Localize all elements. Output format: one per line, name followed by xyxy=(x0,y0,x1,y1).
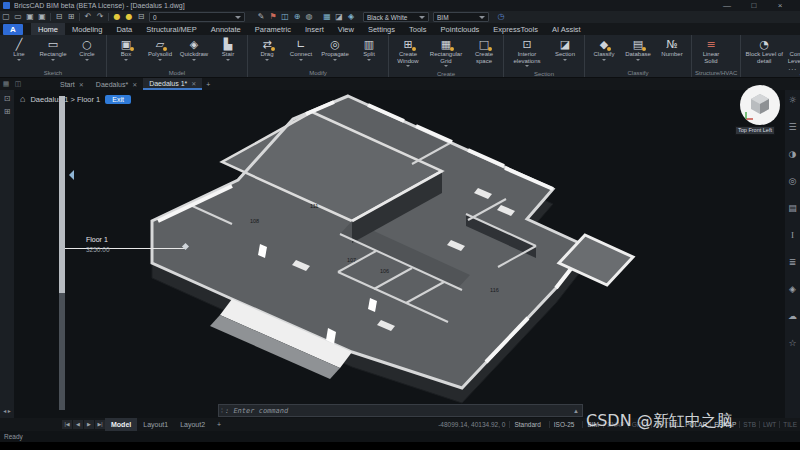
light-bulb-on-icon[interactable]: ● xyxy=(111,11,123,23)
tab-daedalus[interactable]: Daedalus* ✕ xyxy=(90,78,143,90)
new-file-icon[interactable]: ▢ xyxy=(0,11,12,23)
last-layout-button[interactable]: ▶| xyxy=(95,420,105,429)
box-button[interactable]: ▣ Box xyxy=(110,36,142,64)
tab-modeling[interactable]: Modeling xyxy=(65,23,109,35)
number-button[interactable]: № Number xyxy=(656,36,688,59)
cube-icon[interactable]: ◈ xyxy=(345,11,357,23)
stair-button[interactable]: ▙ Stair xyxy=(212,36,244,64)
workspace-dropdown[interactable]: BIM xyxy=(433,12,489,22)
adjust-sliders-icon[interactable]: ☰ xyxy=(785,122,800,132)
tab-daedalus-1[interactable]: Daedalus 1* ✕ xyxy=(143,78,202,90)
tab-parametric[interactable]: Parametric xyxy=(248,23,298,35)
section-button[interactable]: ◪ Section xyxy=(549,36,581,64)
clock-icon[interactable]: ◷ xyxy=(495,11,507,23)
view-split-icon[interactable]: ◫ xyxy=(12,78,24,90)
tab-view[interactable]: View xyxy=(331,23,361,35)
tab-home[interactable]: Home xyxy=(31,23,65,35)
split-button[interactable]: ▥ Split xyxy=(353,36,385,64)
connect-button[interactable]: ∟ Connect xyxy=(285,36,317,64)
quickdraw-button[interactable]: ◈ Quickdraw xyxy=(178,36,210,64)
ribbon-overflow-button[interactable]: ⋯ xyxy=(788,65,796,74)
light-bulb-icon[interactable]: ● xyxy=(123,11,135,23)
command-line[interactable]: ⁞ : Enter command ▲ xyxy=(218,404,583,417)
tab-layout1[interactable]: Layout1 xyxy=(137,418,174,431)
new-document-tab-button[interactable]: + xyxy=(202,78,214,90)
tab-insert[interactable]: Insert xyxy=(298,23,331,35)
tab-model[interactable]: Model xyxy=(105,418,137,431)
record-icon[interactable]: ◍ xyxy=(303,11,315,23)
elevation-slider-track[interactable] xyxy=(59,96,65,293)
layers-stack-icon[interactable]: ≣ xyxy=(785,257,800,267)
linear-solid-button[interactable]: ≡ Linear Solid xyxy=(695,36,727,65)
edit-tool-icon[interactable]: ✎ xyxy=(255,11,267,23)
bookmark-star-icon[interactable]: ☆ xyxy=(785,338,800,348)
line-button[interactable]: ╱ Line xyxy=(3,36,35,64)
tab-settings[interactable]: Settings xyxy=(361,23,402,35)
tab-structural-mep[interactable]: Structural/MEP xyxy=(139,23,203,35)
bricscad-logo[interactable]: A xyxy=(3,24,23,35)
create-window-button[interactable]: ⊞ Create Window xyxy=(392,36,424,70)
database-button[interactable]: ▤ Database xyxy=(622,36,654,64)
lwt-toggle[interactable]: LWT xyxy=(759,421,779,428)
print-icon[interactable]: ⊟ xyxy=(53,11,65,23)
tab-expresstools[interactable]: ExpressTools xyxy=(486,23,545,35)
paint-drip-icon[interactable]: ◑ xyxy=(785,149,800,159)
polysolid-button[interactable]: ▱ Polysolid xyxy=(144,36,176,64)
save-icon[interactable]: ▣ xyxy=(24,11,36,23)
maximize-button[interactable]: □ xyxy=(746,0,762,11)
grid-icon[interactable]: ▦ xyxy=(321,11,333,23)
drag-button[interactable]: ⇄ Drag xyxy=(251,36,283,64)
tile-toggle[interactable]: TILE xyxy=(779,421,800,428)
close-icon[interactable]: ✕ xyxy=(79,81,84,88)
render-target-icon[interactable]: ◎ xyxy=(785,176,800,186)
close-icon[interactable]: ✕ xyxy=(132,81,137,88)
materials-panel-icon[interactable]: ▤ xyxy=(785,203,800,213)
home-icon[interactable]: ⌂ xyxy=(20,94,25,104)
save-as-icon[interactable]: ▣ xyxy=(36,11,48,23)
view-navigation-sphere[interactable] xyxy=(740,85,780,125)
layer-dropdown[interactable]: 0 xyxy=(149,12,245,22)
first-layout-button[interactable]: |◀ xyxy=(62,420,72,429)
tab-layout2[interactable]: Layout2 xyxy=(174,418,211,431)
tab-data[interactable]: Data xyxy=(109,23,139,35)
dim-style-field[interactable]: ISO-25 xyxy=(549,421,579,428)
circle-button[interactable]: ○ Circle xyxy=(71,36,103,64)
view-grid-icon[interactable]: ▦ xyxy=(0,78,12,90)
redo-icon[interactable]: ↷ xyxy=(94,11,106,23)
add-icon[interactable]: ⊕ xyxy=(291,11,303,23)
plot-icon[interactable]: ⊞ xyxy=(65,11,77,23)
close-icon[interactable]: ✕ xyxy=(191,80,196,87)
interior-elevations-button[interactable]: ⊡ Interior elevations xyxy=(507,36,547,70)
flag-icon[interactable]: ⚑ xyxy=(267,11,279,23)
rectangle-button[interactable]: ▭ Rectangle xyxy=(37,36,69,64)
cloud-upload-icon[interactable]: ☁ xyxy=(785,311,800,321)
prev-layout-button[interactable]: ◀ xyxy=(73,420,83,429)
render-mode-dropdown[interactable]: Black & White xyxy=(363,12,429,22)
next-layout-button[interactable]: ▶ xyxy=(84,420,94,429)
tab-start[interactable]: Start ✕ xyxy=(54,78,90,90)
strip-scroll-arrows[interactable]: ◂ ▸ xyxy=(0,407,14,414)
steel-beam-icon[interactable]: I xyxy=(785,230,800,240)
undo-icon[interactable]: ↶ xyxy=(82,11,94,23)
panel-icon[interactable]: ◫ xyxy=(279,11,291,23)
tab-tools[interactable]: Tools xyxy=(402,23,434,35)
block-level-of-detail-button[interactable]: ◔ Block Level of detail xyxy=(744,36,784,65)
elevation-slider-handle[interactable] xyxy=(64,170,74,180)
create-space-button[interactable]: □ Create space xyxy=(468,36,500,65)
building-model[interactable]: 111 108 107 106 116 xyxy=(14,90,786,418)
current-style-field[interactable]: Standard xyxy=(509,421,544,428)
expand-history-icon[interactable]: ▲ xyxy=(573,408,582,414)
tab-ai-assist[interactable]: AI Assist xyxy=(545,23,588,35)
sheet-icon[interactable]: ◪ xyxy=(333,11,345,23)
propagate-button[interactable]: ◎ Propagate xyxy=(319,36,351,64)
ucs-icon[interactable]: ⊡ xyxy=(0,94,14,103)
open-folder-icon[interactable]: ▭ xyxy=(12,11,24,23)
structure-browser-icon[interactable]: ⊞ xyxy=(0,107,14,116)
minimize-button[interactable]: — xyxy=(719,0,735,11)
stb-toggle[interactable]: STB xyxy=(739,421,759,428)
exit-button[interactable]: Exit xyxy=(105,95,131,104)
tab-pointclouds[interactable]: Pointclouds xyxy=(434,23,487,35)
classify-button[interactable]: ◆ Classify xyxy=(588,36,620,64)
publish-icon[interactable]: ⊟ xyxy=(135,11,147,23)
drawing-viewport[interactable]: 111 108 107 106 116 ⊡ ⊞ ◂ ▸ ⌂ Daedalus 1… xyxy=(0,90,800,418)
